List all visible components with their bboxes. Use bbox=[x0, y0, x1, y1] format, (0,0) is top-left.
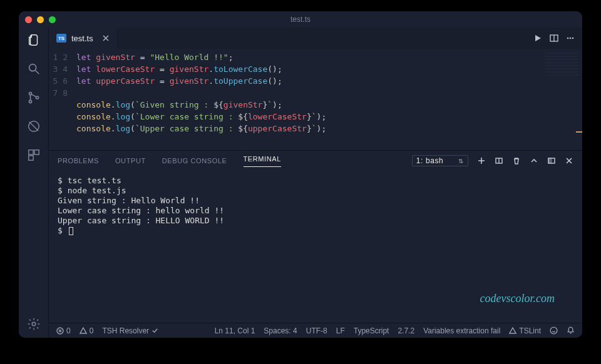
vscode-window: test.ts bbox=[19, 11, 582, 338]
shell-label: 1: bash bbox=[416, 156, 444, 165]
more-actions-icon[interactable] bbox=[566, 34, 575, 43]
svg-point-2 bbox=[29, 100, 31, 103]
panel-maximize-icon[interactable] bbox=[530, 156, 538, 165]
code-editor[interactable]: 1 2 3 4 5 6 7 8 let givenStr = "Hello Wo… bbox=[49, 49, 582, 150]
tab-terminal[interactable]: TERMINAL bbox=[244, 155, 281, 167]
kill-terminal-icon[interactable] bbox=[512, 156, 521, 165]
status-tslint[interactable]: TSLint bbox=[509, 326, 541, 335]
status-cursor-position[interactable]: Ln 11, Col 1 bbox=[215, 326, 255, 335]
new-terminal-icon[interactable] bbox=[477, 156, 486, 165]
close-tab-icon[interactable] bbox=[102, 34, 110, 42]
split-editor-icon[interactable] bbox=[550, 34, 558, 43]
code-content[interactable]: let givenStr = "Hello World !!"; let low… bbox=[76, 51, 582, 150]
svg-rect-7 bbox=[28, 156, 33, 160]
titlebar[interactable]: test.ts bbox=[19, 11, 582, 28]
activity-bar bbox=[19, 28, 49, 338]
status-encoding[interactable]: UTF-8 bbox=[306, 326, 327, 335]
tab-problems[interactable]: PROBLEMS bbox=[58, 157, 99, 164]
feedback-smiley-icon[interactable] bbox=[550, 326, 558, 335]
line-number-gutter: 1 2 3 4 5 6 7 8 bbox=[49, 51, 76, 150]
status-errors[interactable]: 0 bbox=[56, 326, 71, 335]
notifications-bell-icon[interactable] bbox=[567, 326, 575, 335]
search-icon[interactable] bbox=[26, 61, 41, 76]
terminal-cursor bbox=[69, 227, 73, 235]
svg-point-12 bbox=[572, 38, 574, 39]
status-indentation[interactable]: Spaces: 4 bbox=[264, 326, 297, 335]
panel-tabs: PROBLEMS OUTPUT DEBUG CONSOLE TERMINAL 1… bbox=[49, 151, 582, 171]
status-ts-version[interactable]: 2.7.2 bbox=[398, 326, 414, 335]
workbench: TS test.ts bbox=[19, 28, 582, 338]
svg-point-11 bbox=[570, 38, 572, 39]
window-title: test.ts bbox=[19, 15, 582, 24]
chevron-updown-icon: ⇅ bbox=[458, 158, 464, 164]
source-control-icon[interactable] bbox=[26, 90, 41, 105]
watermark-text: codevscolor.com bbox=[480, 292, 555, 305]
svg-rect-6 bbox=[34, 150, 38, 154]
status-resolver[interactable]: TSH Resolver bbox=[102, 326, 158, 335]
explorer-icon[interactable] bbox=[26, 33, 41, 48]
status-eol[interactable]: LF bbox=[336, 326, 345, 335]
tab-output[interactable]: OUTPUT bbox=[115, 157, 146, 164]
typescript-file-icon: TS bbox=[56, 34, 66, 43]
tab-bar: TS test.ts bbox=[49, 28, 582, 49]
tab-debug-console[interactable]: DEBUG CONSOLE bbox=[162, 157, 227, 164]
status-diagnostic[interactable]: Variables extraction fail bbox=[423, 326, 500, 335]
status-language[interactable]: TypeScript bbox=[354, 326, 389, 335]
close-panel-icon[interactable] bbox=[565, 156, 573, 165]
debug-icon[interactable] bbox=[26, 119, 41, 134]
svg-rect-15 bbox=[548, 158, 552, 163]
svg-rect-5 bbox=[28, 150, 33, 154]
settings-gear-icon[interactable] bbox=[26, 316, 41, 331]
tab-label: test.ts bbox=[71, 34, 93, 43]
svg-point-8 bbox=[32, 322, 36, 326]
panel-layout-icon[interactable] bbox=[547, 156, 556, 165]
status-bar: 0 0 TSH Resolver Ln 11, Col 1 Spaces: 4 … bbox=[49, 323, 582, 338]
tab-test-ts[interactable]: TS test.ts bbox=[49, 28, 118, 49]
overview-ruler-marker bbox=[576, 131, 582, 133]
editor-actions bbox=[526, 28, 582, 49]
minimap[interactable] bbox=[545, 53, 578, 76]
svg-point-10 bbox=[567, 38, 569, 39]
run-icon[interactable] bbox=[533, 34, 542, 43]
split-terminal-icon[interactable] bbox=[495, 156, 503, 165]
editor-area: TS test.ts bbox=[49, 28, 582, 338]
terminal-shell-select[interactable]: 1: bash ⇅ bbox=[412, 155, 468, 166]
extensions-icon[interactable] bbox=[26, 148, 41, 163]
svg-point-0 bbox=[29, 64, 36, 71]
svg-point-17 bbox=[550, 327, 557, 334]
status-warnings[interactable]: 0 bbox=[80, 326, 94, 335]
